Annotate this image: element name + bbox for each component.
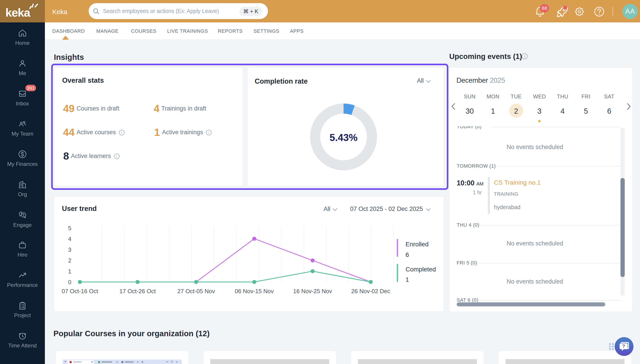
svg-text:07 Oct-16 Oct: 07 Oct-16 Oct [62, 288, 98, 294]
svg-text:06 Nov-15 Nov: 06 Nov-15 Nov [235, 288, 274, 294]
svg-text:26 Nov-02 Dec: 26 Nov-02 Dec [351, 288, 390, 294]
svg-text:27 Oct-05 Nov: 27 Oct-05 Nov [177, 288, 215, 294]
svg-text:3: 3 [68, 246, 71, 253]
svg-text:4: 4 [68, 236, 71, 242]
svg-text:?: ? [622, 344, 625, 349]
svg-text:17 Oct-26 Oct: 17 Oct-26 Oct [119, 288, 156, 294]
svg-text:2: 2 [68, 257, 71, 264]
svg-text:5: 5 [68, 225, 71, 232]
svg-text:1: 1 [68, 268, 71, 275]
svg-text:0: 0 [68, 279, 71, 286]
svg-text:16 Nov-25 Nov: 16 Nov-25 Nov [293, 288, 332, 294]
